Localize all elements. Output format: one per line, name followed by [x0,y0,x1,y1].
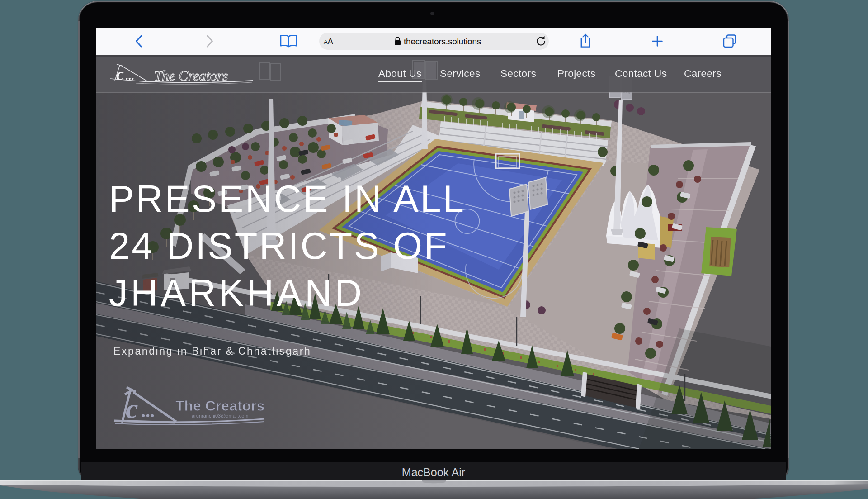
svg-text:arunranchi03@gmail.com: arunranchi03@gmail.com [192,413,249,418]
svg-text:c: c [126,393,138,424]
svg-text:...: ... [141,401,155,421]
svg-text:The Creators: The Creators [154,68,228,84]
svg-text:...: ... [125,69,134,82]
svg-text:The Creators: The Creators [175,398,264,414]
svg-text:c: c [116,65,124,84]
